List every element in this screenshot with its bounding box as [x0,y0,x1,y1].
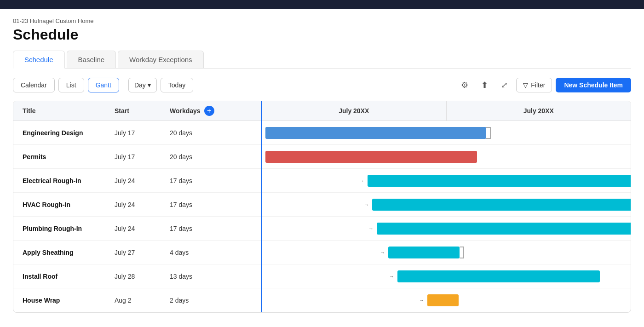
row-start: July 27 [115,249,170,256]
gantt-month-1: July 20XX [262,101,447,120]
row-title: Electrical Rough-In [13,177,115,184]
gantt-bar-row: → [262,121,631,145]
table-header: Title Start Workdays + [13,101,261,121]
bar-end-bracket [486,127,491,139]
settings-sliders-icon[interactable]: ⚙ [456,77,473,93]
row-start: July 24 [115,201,170,208]
row-workdays: 4 days [170,249,230,256]
expand-icon[interactable]: ⤢ [496,77,512,93]
gantt-bar[interactable] [372,199,631,211]
row-title: HVAC Rough-In [13,201,115,208]
gantt-bars: →→→→→→→→ [262,121,631,312]
row-start: July 24 [115,225,170,232]
row-title: Permits [13,153,115,161]
gantt-bar[interactable] [265,127,486,139]
top-bar [0,0,644,9]
calendar-view-button[interactable]: Calendar [13,78,55,92]
gantt-bar[interactable] [377,223,631,235]
gantt-bar[interactable] [368,175,631,187]
row-workdays: 20 days [170,129,230,137]
add-column-button[interactable]: + [204,106,214,116]
row-workdays: 2 days [170,297,230,304]
gantt-bar-row: → [262,241,631,264]
bar-arrow-icon: → [368,226,374,231]
toolbar: Calendar List Gantt Day ▾ Today ⚙ ⬆ ⤢ ▽ … [13,77,631,93]
filter-icon: ▽ [523,81,528,89]
gantt-bar-row: → [262,145,631,169]
filter-label: Filter [531,81,545,89]
bar-arrow-icon: → [389,274,394,279]
bar-arrow-icon: → [364,202,369,207]
row-start: July 17 [115,129,170,137]
row-start: July 17 [115,153,170,161]
bar-arrow-icon: → [262,154,262,160]
row-workdays: 13 days [170,273,230,280]
gantt-bar-row: → [262,193,631,217]
new-schedule-item-button[interactable]: New Schedule Item [556,78,631,92]
table-row: Install Roof July 28 13 days [13,264,261,288]
today-button[interactable]: Today [161,78,193,92]
gantt-chart: July 20XX July 20XX →→→→→→→→ [262,101,631,312]
page: 01-23 Hufnagel Custom Home Schedule Sche… [0,9,644,313]
day-period-select[interactable]: Day ▾ [128,78,157,92]
row-workdays: 17 days [170,177,230,184]
gantt-bar-row: → [262,288,631,312]
table-row: Engineering Design July 17 20 days [13,121,261,145]
gantt-bar[interactable] [265,151,477,163]
row-workdays: 20 days [170,153,230,161]
bar-arrow-icon: → [380,250,385,255]
page-title: Schedule [13,26,631,43]
breadcrumb: 01-23 Hufnagel Custom Home [13,17,631,24]
gantt-table-body: Engineering Design July 17 20 days Permi… [13,121,261,312]
row-start: Aug 2 [115,297,170,304]
table-row: Apply Sheathing July 27 4 days [13,241,261,264]
gantt-table: Title Start Workdays + Engineering Desig… [13,101,262,312]
table-row: Permits July 17 20 days [13,145,261,169]
gantt-wrapper: Title Start Workdays + Engineering Desig… [13,101,631,313]
bar-arrow-icon: → [262,130,262,136]
row-start: July 28 [115,273,170,280]
gantt-bar[interactable] [427,294,459,306]
gantt-month-2: July 20XX [447,101,631,120]
gantt-bar-row: → [262,264,631,288]
col-header-title: Title [13,107,115,115]
col-header-workdays: Workdays + [170,106,230,116]
bar-end-bracket [460,247,464,258]
gantt-bar[interactable] [397,270,600,282]
table-row: HVAC Rough-In July 24 17 days [13,193,261,217]
row-title: Apply Sheathing [13,249,115,256]
row-start: July 24 [115,177,170,184]
tab-workday-exceptions[interactable]: Workday Exceptions [118,51,203,68]
gantt-bar[interactable] [388,247,460,258]
gantt-view-button[interactable]: Gantt [88,78,119,92]
tab-schedule[interactable]: Schedule [13,51,65,69]
row-title: Install Roof [13,273,115,280]
table-row: Plumbing Rough-In July 24 17 days [13,217,261,241]
tabs-bar: Schedule Baseline Workday Exceptions [13,51,631,69]
list-view-button[interactable]: List [58,78,84,92]
bar-arrow-icon: → [419,298,424,303]
row-title: Plumbing Rough-In [13,225,115,232]
filter-button[interactable]: ▽ Filter [516,78,552,92]
row-title: House Wrap [13,297,115,304]
share-icon[interactable]: ⬆ [477,77,493,93]
table-row: Electrical Rough-In July 24 17 days [13,169,261,193]
day-select-label: Day [134,81,146,89]
gantt-bar-row: → [262,217,631,241]
row-workdays: 17 days [170,225,230,232]
gantt-bar-row: → [262,169,631,193]
tab-baseline[interactable]: Baseline [67,51,116,68]
row-title: Engineering Design [13,129,115,137]
row-workdays: 17 days [170,201,230,208]
gantt-chart-header: July 20XX July 20XX [262,101,631,121]
bar-arrow-icon: → [359,178,364,184]
table-row: House Wrap Aug 2 2 days [13,288,261,312]
col-header-start: Start [115,107,170,115]
chevron-down-icon: ▾ [148,81,151,89]
